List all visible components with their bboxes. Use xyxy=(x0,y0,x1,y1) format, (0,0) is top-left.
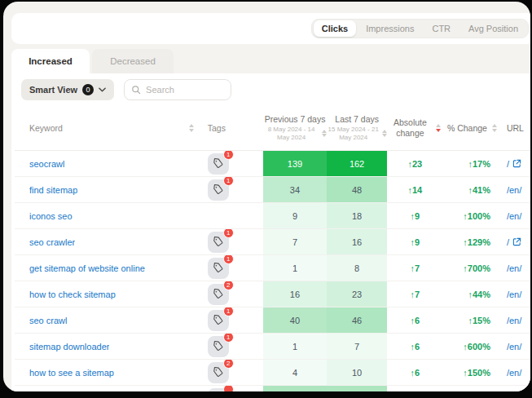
table-row: seocrawl1139162↑23↑17%/ xyxy=(15,151,530,177)
chevron-down-icon xyxy=(99,87,106,92)
tag-button[interactable]: 1 xyxy=(208,258,229,279)
smart-view-dropdown[interactable]: Smart View 0 xyxy=(21,79,114,100)
keyword-link[interactable]: find sitemap xyxy=(29,185,77,195)
tag-button[interactable]: 1 xyxy=(208,179,229,201)
url-link[interactable]: /en/ xyxy=(507,185,521,195)
url-link[interactable]: / xyxy=(507,159,521,169)
table-row: how to check sitemap21623↑7↑44%/en/ xyxy=(15,281,530,307)
absolute-change-value: ↑14 xyxy=(407,185,422,195)
col-header-percent[interactable]: % Change xyxy=(443,106,497,150)
external-link-icon xyxy=(512,237,521,246)
percent-change-value: ↑129% xyxy=(463,237,490,247)
tag-icon xyxy=(212,184,224,196)
keyword-link[interactable]: iconos seo xyxy=(29,211,73,221)
metric-tab-avg-position[interactable]: Avg Position xyxy=(460,20,526,37)
previous-value-cell: 139 xyxy=(263,151,327,176)
tag-count-badge: 1 xyxy=(223,151,234,160)
tag-button[interactable]: 2 xyxy=(208,362,229,383)
tag-icon xyxy=(212,366,224,378)
previous-value-cell: 1 xyxy=(263,334,327,359)
previous-value-cell xyxy=(263,386,327,391)
keyword-link[interactable]: seo crawl xyxy=(29,316,67,325)
absolute-label: Absolute change xyxy=(389,117,431,139)
tag-icon xyxy=(212,262,224,274)
percent-change-value: ↑44% xyxy=(468,290,490,299)
absolute-change-value: ↑6 xyxy=(410,368,420,378)
metric-tab-clicks[interactable]: Clicks xyxy=(314,20,356,37)
absolute-change-value: ↑6 xyxy=(410,342,420,352)
tag-icon xyxy=(212,314,224,326)
previous-range: 8 May 2024 - 14 May 2024 xyxy=(263,126,319,142)
tag-button[interactable] xyxy=(208,388,229,392)
table-row xyxy=(15,386,530,391)
col-header-previous[interactable]: Previous 7 days 8 May 2024 - 14 May 2024 xyxy=(263,106,327,150)
last-label: Last 7 days xyxy=(335,114,379,125)
tag-count-badge: 2 xyxy=(223,281,234,290)
view-tabs: Increased Decreased xyxy=(11,49,174,73)
keyword-link[interactable]: seocrawl xyxy=(29,159,64,169)
tag-button[interactable]: 1 xyxy=(208,153,229,175)
tag-button[interactable]: 1 xyxy=(208,232,229,253)
percent-change-value: ↑600% xyxy=(463,342,490,352)
col-header-last[interactable]: Last 7 days 15 May 2024 - 21 May 2024 xyxy=(327,106,387,150)
url-link[interactable]: /en/ xyxy=(507,263,521,273)
keyword-link[interactable]: get sitemap of website online xyxy=(29,263,145,273)
smart-view-count-badge: 0 xyxy=(82,84,94,95)
last-value-cell: 8 xyxy=(327,255,387,281)
tag-button[interactable]: 1 xyxy=(208,310,229,331)
sort-icon-absolute-active[interactable] xyxy=(436,124,441,132)
filter-bar: Smart View 0 xyxy=(11,78,231,101)
last-value-cell: 48 xyxy=(327,177,387,202)
app-window: Clicks Impressions CTR Avg Position Incr… xyxy=(3,2,530,391)
table-row: seo crawler1716↑9↑129%/ xyxy=(15,229,530,255)
url-link[interactable]: /en/ xyxy=(507,342,521,352)
last-value-cell: 16 xyxy=(327,229,387,254)
last-range: 15 May 2024 - 21 May 2024 xyxy=(327,126,380,142)
previous-value-cell: 40 xyxy=(263,307,327,333)
sort-icon-keyword[interactable] xyxy=(189,124,194,132)
previous-value-cell: 9 xyxy=(263,203,327,228)
table-row: seo crawl14046↑6↑15%/en/ xyxy=(15,307,530,334)
absolute-change-value: ↑9 xyxy=(410,237,420,247)
absolute-change-value: ↑7 xyxy=(410,290,420,299)
url-link[interactable]: /en/ xyxy=(507,316,521,325)
previous-value-cell: 34 xyxy=(263,177,327,202)
previous-label: Previous 7 days xyxy=(265,114,326,125)
url-link[interactable]: / xyxy=(507,237,521,247)
last-value-cell: 46 xyxy=(327,307,387,333)
url-link[interactable]: /en/ xyxy=(507,368,521,378)
percent-change-value: ↑41% xyxy=(468,185,490,195)
absolute-change-value: ↑9 xyxy=(410,211,420,221)
tag-button[interactable]: 1 xyxy=(208,336,229,357)
col-header-absolute[interactable]: Absolute change xyxy=(387,106,442,150)
keyword-link[interactable]: sitemap downloader xyxy=(29,342,109,352)
keyword-link[interactable]: seo crawler xyxy=(29,237,75,247)
tag-count-badge: 1 xyxy=(223,334,234,343)
search-box xyxy=(124,79,231,100)
content-card: Smart View 0 Keyword Tags Previous 7 day… xyxy=(11,73,530,391)
metric-tab-impressions[interactable]: Impressions xyxy=(358,20,422,37)
search-icon xyxy=(131,85,141,95)
url-link[interactable]: /en/ xyxy=(507,211,521,221)
percent-change-value: ↑150% xyxy=(463,368,490,378)
last-value-cell: 162 xyxy=(327,151,387,176)
col-header-url: URL xyxy=(497,106,530,150)
col-header-keyword[interactable]: Keyword xyxy=(15,106,189,150)
url-link[interactable]: /en/ xyxy=(507,290,521,299)
search-input[interactable] xyxy=(146,85,219,95)
tag-count-badge xyxy=(223,386,234,391)
tag-button[interactable]: 2 xyxy=(208,284,229,305)
tag-icon xyxy=(212,157,224,170)
absolute-change-value: ↑23 xyxy=(407,159,422,169)
metric-tab-ctr[interactable]: CTR xyxy=(424,20,459,37)
percent-change-value: ↑17% xyxy=(468,159,490,169)
metric-segmented-control: Clicks Impressions CTR Avg Position xyxy=(311,19,529,38)
keyword-link[interactable]: how to see a sitemap xyxy=(29,368,114,378)
tab-decreased[interactable]: Decreased xyxy=(92,49,174,73)
external-link-icon xyxy=(512,159,521,168)
tag-icon xyxy=(212,236,224,248)
previous-value-cell: 7 xyxy=(263,229,327,254)
keyword-link[interactable]: how to check sitemap xyxy=(29,290,116,299)
tab-increased[interactable]: Increased xyxy=(11,49,90,73)
percent-change-value: ↑700% xyxy=(463,263,490,273)
